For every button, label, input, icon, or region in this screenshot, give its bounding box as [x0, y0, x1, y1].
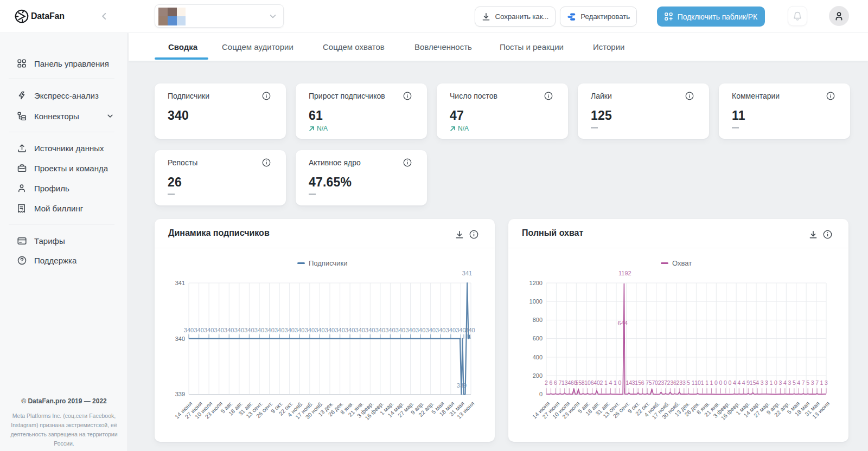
svg-text:1: 1 — [705, 379, 709, 386]
svg-text:340: 340 — [436, 327, 445, 333]
svg-text:1: 1 — [820, 379, 824, 386]
svg-text:1: 1 — [604, 379, 608, 386]
svg-text:3: 3 — [778, 379, 782, 386]
svg-text:10: 10 — [694, 379, 701, 386]
svg-text:1: 1 — [710, 379, 713, 386]
svg-text:340: 340 — [224, 327, 234, 333]
svg-text:5: 5 — [793, 379, 796, 386]
svg-text:340: 340 — [426, 327, 436, 333]
svg-text:0: 0 — [719, 379, 722, 386]
svg-text:4: 4 — [756, 379, 759, 386]
svg-text:23: 23 — [658, 379, 665, 386]
svg-text:6: 6 — [550, 379, 553, 386]
svg-text:341: 341 — [462, 270, 472, 276]
svg-text:2: 2 — [600, 379, 603, 386]
svg-text:340: 340 — [184, 327, 194, 333]
svg-text:600: 600 — [533, 335, 542, 342]
svg-text:1000: 1000 — [529, 298, 542, 305]
svg-text:2: 2 — [545, 379, 548, 386]
svg-text:13: 13 — [561, 379, 568, 386]
svg-text:3: 3 — [765, 379, 768, 386]
svg-text:6: 6 — [641, 379, 644, 386]
svg-text:340: 340 — [365, 327, 375, 333]
svg-text:340: 340 — [375, 327, 385, 333]
svg-text:340: 340 — [234, 327, 244, 333]
svg-text:400: 400 — [533, 354, 542, 360]
svg-text:3: 3 — [682, 379, 686, 386]
svg-text:15: 15 — [635, 379, 641, 386]
svg-text:340: 340 — [275, 327, 284, 333]
svg-text:340: 340 — [335, 327, 344, 333]
svg-text:0: 0 — [724, 379, 727, 386]
svg-text:340: 340 — [204, 327, 214, 333]
svg-text:340: 340 — [315, 327, 324, 333]
svg-text:23: 23 — [667, 379, 674, 386]
svg-text:341: 341 — [175, 280, 185, 286]
svg-text:340: 340 — [194, 327, 203, 333]
svg-text:1200: 1200 — [529, 280, 542, 286]
svg-text:23: 23 — [676, 379, 682, 386]
svg-text:55: 55 — [575, 379, 582, 386]
svg-text:340: 340 — [254, 327, 264, 333]
svg-text:200: 200 — [533, 372, 542, 379]
svg-text:5: 5 — [687, 379, 690, 386]
svg-text:15: 15 — [750, 379, 756, 386]
svg-text:5: 5 — [806, 379, 809, 386]
svg-text:7: 7 — [815, 379, 819, 386]
svg-text:4: 4 — [609, 379, 612, 386]
svg-text:340: 340 — [395, 327, 405, 333]
svg-text:340: 340 — [214, 327, 224, 333]
svg-text:340: 340 — [385, 327, 395, 333]
svg-text:1192: 1192 — [618, 270, 631, 276]
svg-text:340: 340 — [285, 327, 295, 333]
svg-text:4: 4 — [797, 379, 800, 386]
svg-text:4: 4 — [783, 379, 787, 386]
svg-text:3: 3 — [825, 379, 828, 386]
svg-text:40: 40 — [593, 379, 600, 386]
svg-text:0: 0 — [774, 379, 777, 386]
svg-text:4: 4 — [733, 379, 736, 386]
svg-text:340: 340 — [264, 327, 274, 333]
svg-text:3: 3 — [761, 379, 764, 386]
svg-text:340: 340 — [345, 327, 355, 333]
svg-text:340: 340 — [405, 327, 415, 333]
svg-text:1: 1 — [770, 379, 773, 386]
svg-text:340: 340 — [244, 327, 254, 333]
svg-text:340: 340 — [295, 327, 304, 333]
svg-text:340: 340 — [175, 336, 185, 342]
svg-text:4: 4 — [737, 379, 741, 386]
svg-text:340: 340 — [456, 327, 465, 333]
svg-text:3: 3 — [811, 379, 814, 386]
svg-text:340: 340 — [446, 327, 456, 333]
svg-text:10: 10 — [584, 379, 591, 386]
svg-text:0: 0 — [539, 391, 542, 397]
svg-text:644: 644 — [618, 320, 628, 326]
svg-text:57: 57 — [649, 379, 655, 386]
svg-text:340: 340 — [355, 327, 365, 333]
svg-text:0: 0 — [618, 379, 621, 386]
svg-text:800: 800 — [533, 317, 542, 323]
svg-text:3: 3 — [788, 379, 791, 386]
svg-text:340: 340 — [325, 327, 335, 333]
svg-text:0: 0 — [714, 379, 718, 386]
svg-text:6: 6 — [554, 379, 557, 386]
svg-text:340: 340 — [416, 327, 425, 333]
svg-text:1: 1 — [701, 379, 704, 386]
svg-text:14: 14 — [626, 379, 632, 386]
svg-text:339: 339 — [175, 391, 185, 397]
svg-text:340: 340 — [305, 327, 315, 333]
svg-text:4: 4 — [742, 379, 745, 386]
svg-text:1: 1 — [614, 379, 617, 386]
svg-text:7: 7 — [802, 379, 805, 386]
svg-text:0: 0 — [728, 379, 731, 386]
